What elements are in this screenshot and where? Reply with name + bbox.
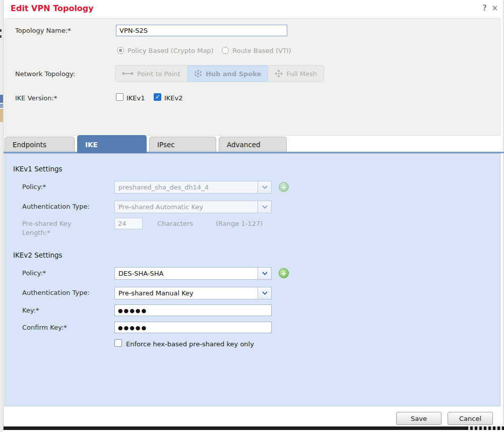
- dialog-bottom-bar: [4, 426, 504, 430]
- chevron-down-icon: [258, 268, 271, 279]
- tab-endpoints[interactable]: Endpoints: [5, 137, 75, 152]
- ikev2-policy-value: DES-SHA-SHA: [115, 268, 258, 279]
- policy-based-radio-label: Policy Based (Crypto Map): [128, 47, 214, 54]
- ikev1-add-policy-icon: [279, 182, 289, 192]
- help-icon[interactable]: ?: [482, 4, 487, 13]
- point-to-point-icon: [122, 71, 134, 76]
- tab-label: IPsec: [157, 141, 175, 149]
- cancel-button[interactable]: Cancel: [448, 412, 493, 425]
- full-mesh-icon: [275, 70, 283, 78]
- ikev1-settings-heading: IKEv1 Settings: [13, 165, 62, 173]
- ikev2-add-policy-icon[interactable]: [279, 268, 289, 278]
- tab-label: Advanced: [227, 141, 261, 149]
- ikev2-auth-type-label: Authentication Type:: [22, 289, 90, 296]
- enforce-hex-checkbox[interactable]: [114, 339, 122, 347]
- network-topology-label: Network Topology:: [15, 70, 75, 78]
- ikev1-checkbox[interactable]: [116, 93, 123, 101]
- topology-point-to-point-button: Point to Point: [115, 65, 187, 82]
- tab-label: Endpoints: [13, 141, 46, 149]
- hub-and-spoke-icon: [194, 70, 202, 78]
- tab-ike[interactable]: IKE: [77, 135, 147, 153]
- ikev2-checkbox-label: IKEv2: [164, 94, 183, 102]
- chevron-down-icon: [258, 201, 271, 213]
- background-artifact: [0, 29, 2, 32]
- policy-based-radio: [117, 47, 124, 54]
- dialog-titlebar: Edit VPN Topology ? ×: [4, 0, 503, 18]
- topology-hub-and-spoke-button: Hub and Spoke: [187, 65, 269, 82]
- psk-length-label-line2: Length:*: [22, 229, 50, 236]
- edit-vpn-topology-dialog: Edit VPN Topology ? × Topology Name:* Po…: [3, 0, 503, 430]
- chevron-down-icon: [258, 287, 271, 299]
- ikev1-checkbox-label: IKEv1: [127, 94, 145, 102]
- psk-length-unit: Characters: [157, 220, 193, 227]
- ikev2-confirm-key-label: Confirm Key:*: [22, 324, 67, 331]
- ikev1-policy-select: preshared_sha_des_dh14_4: [114, 181, 272, 194]
- ike-version-label: IKE Version:*: [15, 94, 57, 102]
- ikev2-checkbox[interactable]: [154, 93, 161, 101]
- ikev1-auth-type-label: Authentication Type:: [22, 203, 90, 210]
- ikev2-auth-type-value: Pre-shared Manual Key: [115, 287, 258, 299]
- ikev2-policy-label: Policy:*: [22, 269, 46, 277]
- psk-length-range: (Range 1-127): [216, 220, 263, 227]
- tab-ipsec[interactable]: IPsec: [149, 137, 216, 152]
- topology-full-mesh-button: Full Mesh: [268, 65, 324, 82]
- ikev1-auth-type-select: Pre-shared Automatic Key: [114, 201, 272, 213]
- psk-length-input: [114, 218, 143, 229]
- close-icon[interactable]: ×: [491, 4, 498, 13]
- segment-label: Point to Point: [137, 70, 180, 78]
- chevron-down-icon: [258, 181, 271, 193]
- psk-length-label-line1: Pre-shared Key: [22, 220, 71, 227]
- resize-grip[interactable]: [466, 426, 504, 430]
- topology-name-label: Topology Name:*: [15, 27, 71, 34]
- ikev1-policy-value: preshared_sha_des_dh14_4: [115, 181, 258, 193]
- save-button[interactable]: Save: [396, 412, 442, 425]
- topology-name-input[interactable]: [116, 25, 287, 36]
- enforce-hex-checkbox-label: Enforce hex-based pre-shared key only: [126, 340, 254, 348]
- segment-label: Hub and Spoke: [206, 70, 262, 78]
- ikev1-auth-type-value: Pre-shared Automatic Key: [115, 201, 258, 213]
- ikev2-key-label: Key:*: [22, 306, 39, 314]
- route-based-radio: [222, 47, 229, 54]
- background-artifact: [0, 35, 2, 38]
- ike-tab-content: IKEv1 Settings Policy:* preshared_sha_de…: [5, 153, 500, 406]
- ikev2-confirm-key-input[interactable]: [114, 322, 272, 333]
- dialog-title: Edit VPN Topology: [11, 4, 94, 13]
- route-based-radio-label: Route Based (VTI): [232, 47, 291, 54]
- ikev2-policy-select[interactable]: DES-SHA-SHA: [114, 267, 272, 280]
- general-settings-panel: Topology Name:* Policy Based (Crypto Map…: [5, 18, 500, 136]
- ikev2-auth-type-select[interactable]: Pre-shared Manual Key: [114, 287, 272, 299]
- tab-advanced[interactable]: Advanced: [219, 137, 287, 152]
- ikev2-settings-heading: IKEv2 Settings: [13, 251, 62, 259]
- tab-label: IKE: [85, 141, 98, 149]
- ikev1-policy-label: Policy:*: [22, 183, 46, 191]
- segment-label: Full Mesh: [286, 70, 317, 78]
- ikev2-key-input[interactable]: [114, 304, 272, 316]
- network-topology-selector: Point to Point Hub and Spoke Full Mesh: [115, 65, 324, 82]
